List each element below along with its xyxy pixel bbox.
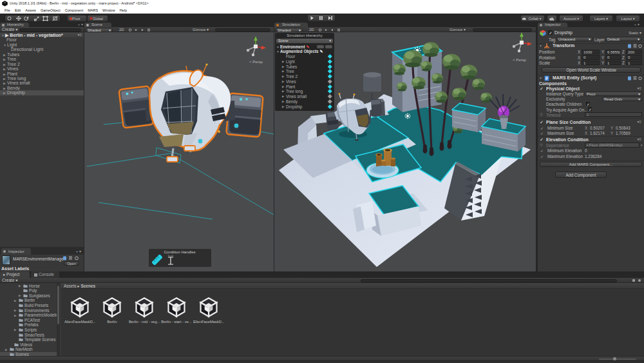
svg-text:< Persp: < Persp bbox=[249, 60, 263, 64]
svg-text:Condition Handles: Condition Handles bbox=[164, 250, 195, 254]
svg-text:< Persp: < Persp bbox=[513, 58, 527, 62]
